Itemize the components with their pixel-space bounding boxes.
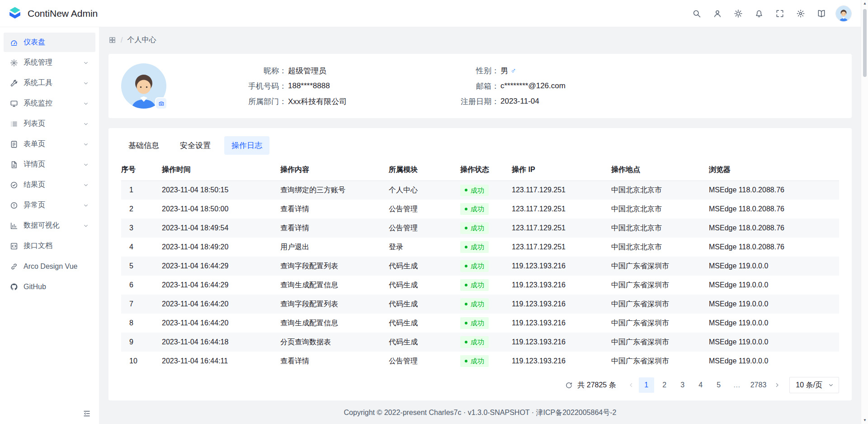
scrollbar-thumb[interactable] — [863, 9, 867, 77]
page-button[interactable]: 4 — [693, 377, 708, 393]
camera-icon — [158, 100, 165, 107]
cell-content: 查看详情 — [280, 200, 389, 219]
notifications-button[interactable] — [750, 5, 768, 22]
settings-button[interactable] — [792, 5, 809, 22]
window-scrollbar[interactable]: ▲ ▼ — [861, 0, 868, 424]
scroll-down-arrow-icon[interactable]: ▼ — [861, 419, 868, 422]
chevron-down-icon — [83, 223, 89, 229]
page-button[interactable]: 5 — [711, 377, 726, 393]
sidebar-item-data-visualization[interactable]: 数据可视化 — [4, 216, 95, 235]
sidebar-item-result-page[interactable]: 结果页 — [4, 175, 95, 195]
app-title: ContiNew Admin — [28, 8, 98, 19]
status-badge: 成功 — [460, 203, 489, 215]
search-button[interactable] — [688, 5, 705, 22]
cell-no: 9 — [121, 333, 162, 352]
sidebar-item-label: 系统管理 — [24, 58, 77, 67]
page-button[interactable]: 1 — [639, 377, 654, 393]
sidebar-item-form-page[interactable]: 表单页 — [4, 134, 95, 154]
sidebar-item-arco-design-vue[interactable]: Arco Design Vue — [4, 257, 95, 276]
status-dot-icon — [465, 265, 467, 267]
column-header: 操作状态 — [460, 159, 512, 181]
status-badge: 成功 — [460, 222, 489, 234]
cell-content: 查看详情 — [280, 352, 389, 371]
user-switch-button[interactable] — [709, 5, 726, 22]
cell-content: 用户退出 — [280, 238, 389, 257]
sidebar-item-exception-page[interactable]: 异常页 — [4, 195, 95, 215]
chevron-left-icon — [627, 381, 635, 389]
profile-field: 注册日期： 2023-11-04 ♂ — [447, 96, 566, 107]
cell-browser: MSEdge 118.0.2088.76 — [709, 200, 839, 219]
apps-grid-icon[interactable] — [108, 36, 116, 44]
page-button[interactable]: 3 — [675, 377, 690, 393]
cell-browser: MSEdge 119.0.0.0 — [709, 352, 839, 371]
refresh-button[interactable] — [562, 378, 576, 392]
page-size-select[interactable]: 10 条/页 — [789, 377, 839, 393]
prev-page-button[interactable] — [623, 377, 639, 393]
sidebar-item-system-monitor[interactable]: 系统监控 — [4, 94, 95, 113]
sidebar-item-label: 系统工具 — [24, 78, 77, 88]
field-label: 手机号码： — [234, 81, 287, 91]
page-button[interactable]: 2 — [657, 377, 672, 393]
page-button[interactable]: 2783 — [747, 377, 770, 393]
field-label: 邮箱： — [447, 81, 499, 91]
sidebar-item-github[interactable]: GitHub — [4, 277, 95, 296]
sidebar-item-label: 表单页 — [24, 139, 77, 149]
chevron-down-icon — [83, 141, 89, 148]
sidebar-item-system-management[interactable]: 系统管理 — [4, 53, 95, 72]
brand[interactable]: ContiNew Admin — [7, 6, 98, 21]
sidebar-item-dashboard[interactable]: 仪表盘 — [4, 33, 95, 52]
scroll-up-arrow-icon[interactable]: ▲ — [861, 2, 868, 5]
status-dot-icon — [465, 322, 467, 324]
breadcrumb-current: 个人中心 — [127, 35, 156, 45]
cell-location: 中国广东省深圳市 — [611, 314, 709, 333]
chevron-down-icon — [83, 60, 89, 66]
sidebar-item-system-tools[interactable]: 系统工具 — [4, 73, 95, 93]
status-dot-icon — [465, 284, 467, 286]
status-badge: 成功 — [460, 355, 489, 367]
cell-browser: MSEdge 119.0.0.0 — [709, 257, 839, 276]
sun-icon — [734, 9, 743, 18]
user-avatar[interactable] — [835, 5, 852, 22]
sidebar-item-detail-page[interactable]: 详情页 — [4, 155, 95, 174]
fullscreen-button[interactable] — [771, 5, 788, 22]
sidebar-item-label: 数据可视化 — [24, 221, 77, 230]
cell-browser: MSEdge 118.0.2088.76 — [709, 181, 839, 200]
field-value: 2023-11-04 — [500, 97, 539, 106]
field-value: 男 — [500, 66, 508, 76]
sidebar-item-list-page[interactable]: 列表页 — [4, 114, 95, 133]
column-header: 浏览器 — [709, 159, 839, 181]
breadcrumb: / 个人中心 — [108, 35, 852, 45]
cell-ip: 123.117.129.251 — [512, 181, 611, 200]
theme-button[interactable] — [730, 5, 747, 22]
cell-time: 2023-11-04 18:50:00 — [162, 200, 280, 219]
status-dot-icon — [465, 341, 467, 343]
gear-icon — [796, 9, 805, 18]
cell-ip: 119.123.193.216 — [512, 314, 611, 333]
status-badge: 成功 — [460, 317, 489, 329]
table-header-row: 序号 操作时间 操作内容 所属模块 操作状态 操作 IP — [121, 159, 839, 181]
form-icon — [10, 140, 18, 148]
page-button[interactable]: … — [729, 377, 745, 393]
field-label: 性别： — [447, 66, 499, 76]
sidebar-menu: 仪表盘 系统管理 系统工具 — [0, 33, 99, 296]
cell-module: 代码生成 — [389, 276, 460, 295]
next-page-button[interactable] — [769, 377, 785, 393]
sidebar-item-api-docs[interactable]: 接口文档 — [4, 236, 95, 256]
header-actions — [688, 5, 852, 22]
cell-status: 成功 — [460, 181, 512, 200]
cell-browser: MSEdge 118.0.2088.76 — [709, 238, 839, 257]
profile-avatar[interactable] — [121, 63, 166, 109]
docs-icon — [817, 9, 826, 18]
change-avatar-button[interactable] — [155, 97, 167, 110]
tab-operation-log[interactable]: 操作日志 — [224, 136, 269, 155]
search-icon — [692, 9, 701, 18]
sidebar-item-label: 仪表盘 — [24, 38, 89, 47]
docs-button[interactable] — [813, 5, 830, 22]
cell-no: 3 — [121, 219, 162, 238]
breadcrumb-separator: / — [121, 36, 123, 44]
table-row: 4 2023-11-04 18:49:20 用户退出 登录 成功 123.117… — [121, 238, 839, 257]
tab-basic-info[interactable]: 基础信息 — [121, 136, 166, 155]
collapse-sidebar-button[interactable] — [81, 408, 93, 419]
tab-security[interactable]: 安全设置 — [173, 136, 218, 155]
status-dot-icon — [465, 227, 467, 229]
